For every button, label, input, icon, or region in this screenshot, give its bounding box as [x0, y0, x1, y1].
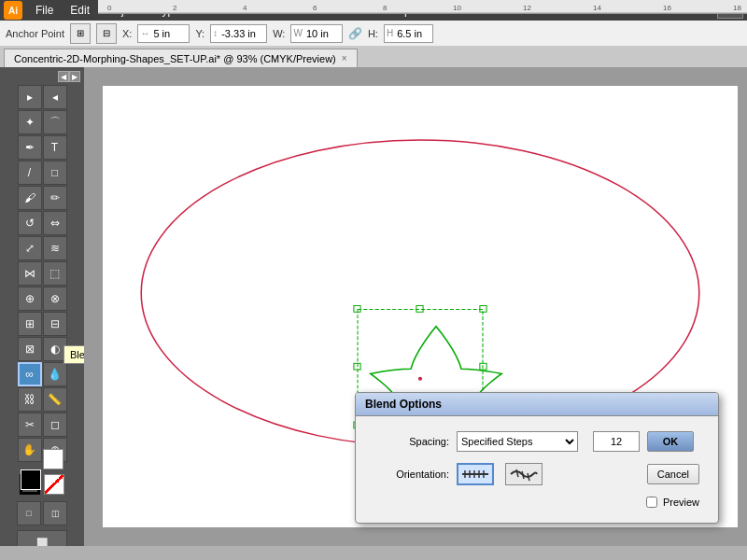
blend-dialog-title-bar[interactable]: Blend Options	[356, 393, 718, 416]
orientation-path-btn[interactable]	[505, 463, 543, 485]
ok-button[interactable]: OK	[647, 431, 694, 452]
magic-wand-tool-btn[interactable]: ✦	[18, 110, 42, 134]
blend-options-dialog: Blend Options Spacing: Specified Steps S…	[355, 392, 719, 524]
tool-row-3: ✒ T	[18, 135, 67, 160]
tool-row-14: ✂ ◻	[18, 413, 67, 437]
live-paint-btn[interactable]: ⊗	[43, 287, 67, 311]
pencil-tool-btn[interactable]: ✏	[43, 186, 67, 210]
svg-text:14: 14	[593, 4, 601, 12]
spacing-select[interactable]: Specified Steps Specified Distance Smoot…	[457, 431, 578, 452]
gradient-tool-btn[interactable]: ◐	[43, 337, 67, 361]
svg-line-36	[522, 471, 524, 479]
horizontal-ruler: 0 2 4 6 8 10 12 14 16 18	[98, 0, 747, 14]
w-input[interactable]	[304, 25, 342, 42]
reflect-tool-btn[interactable]: ⇔	[43, 211, 67, 235]
line-tool-btn[interactable]: /	[18, 161, 42, 185]
measure-tool-btn[interactable]: 📏	[43, 387, 67, 412]
perspective-grid-btn[interactable]: ⊞	[18, 312, 42, 336]
w-label: W:	[273, 28, 285, 39]
spacing-label: Spacing:	[374, 436, 449, 447]
mode-row: □ ◫	[17, 501, 67, 525]
tool-row-8: ⋈ ⬚	[18, 261, 67, 286]
anchor-options-icon[interactable]: ⊞	[70, 23, 91, 44]
rectangle-tool-btn[interactable]: □	[43, 161, 67, 185]
document-tab[interactable]: Concentric-2D-Morphing-Shapes_SET-UP.ai*…	[4, 49, 358, 67]
tool-row-11: ⊠ ◐	[18, 337, 67, 361]
x-label: X:	[122, 28, 132, 39]
paintbrush-tool-btn[interactable]: 🖌	[18, 186, 42, 210]
hand-tool-btn[interactable]: ✋	[18, 438, 42, 462]
options-bar: Anchor Point ⊞ ⊟ X: ↔ Y: ↕ W: W 🔗 H: H	[0, 21, 747, 47]
toolbar: ◀ ▶ ▸ ◂ ✦ ⌒ ✒ T / □ 🖌 ✏ ↺ ⇔	[0, 67, 84, 546]
blend-tool-btn2[interactable]: ⛓	[18, 387, 42, 412]
tool-row-13: ⛓ 📏	[18, 387, 67, 412]
tab-bar: Concentric-2D-Morphing-Shapes_SET-UP.ai*…	[0, 47, 747, 67]
spacing-row: Spacing: Specified Steps Specified Dista…	[374, 431, 699, 452]
menu-file[interactable]: File	[28, 2, 61, 19]
svg-text:10: 10	[453, 4, 461, 12]
toolbar-collapse-btn[interactable]: ◀	[58, 71, 69, 82]
tool-row-7: ⤢ ≋	[18, 236, 67, 260]
orientation-page-btn[interactable]	[457, 463, 494, 485]
tool-row-9: ⊕ ⊗	[18, 287, 67, 311]
y-input[interactable]	[219, 25, 266, 42]
shape-builder-btn[interactable]: ⊕	[18, 287, 42, 311]
tool-row-2: ✦ ⌒	[18, 110, 67, 134]
eyedropper-tool-btn[interactable]: 💧	[43, 362, 67, 386]
tab-title: Concentric-2D-Morphing-Shapes_SET-UP.ai*…	[14, 53, 336, 64]
svg-text:16: 16	[663, 4, 671, 12]
blend-tool-btn[interactable]: ∞	[18, 362, 42, 386]
cancel-button[interactable]: Cancel	[647, 464, 699, 484]
svg-text:12: 12	[523, 4, 531, 12]
h-input[interactable]	[395, 25, 432, 42]
eraser-tool-btn[interactable]: ◻	[43, 413, 67, 437]
menu-edit[interactable]: Edit	[63, 2, 97, 19]
y-label: Y:	[195, 28, 204, 39]
svg-text:6: 6	[313, 4, 317, 12]
warp-tool-btn[interactable]: ≋	[43, 236, 67, 260]
svg-point-19	[418, 377, 422, 381]
app-logo: Ai	[4, 1, 22, 20]
orientation-label: Orientation:	[374, 469, 449, 480]
anchor-type-icon[interactable]: ⊟	[96, 23, 117, 44]
tool-row-4: / □	[18, 161, 67, 185]
tool-row-12: ∞ 💧	[18, 362, 67, 386]
blend-dialog-content: Spacing: Specified Steps Specified Dista…	[356, 416, 718, 523]
scissors-tool-btn[interactable]: ✂	[18, 413, 42, 437]
screen-mode-btn[interactable]: ⬜	[17, 530, 67, 546]
background-color[interactable]	[43, 449, 63, 469]
rotate-tool-btn[interactable]: ↺	[18, 211, 42, 235]
type-tool-btn[interactable]: T	[43, 135, 67, 160]
pen-tool-btn[interactable]: ✒	[18, 135, 42, 160]
free-transform-btn[interactable]: ⬚	[43, 261, 67, 286]
foreground-color[interactable]	[21, 469, 41, 490]
svg-text:18: 18	[733, 4, 741, 12]
x-input[interactable]	[151, 25, 189, 42]
selection-tool-btn[interactable]: ▸	[18, 85, 42, 109]
preview-row: Preview	[374, 497, 699, 508]
tab-close-button[interactable]: ×	[342, 53, 347, 63]
direct-selection-tool-btn[interactable]: ◂	[43, 85, 67, 109]
scale-tool-btn[interactable]: ⤢	[18, 236, 42, 260]
svg-line-35	[516, 469, 518, 477]
preview-checkbox[interactable]	[646, 497, 657, 508]
svg-text:8: 8	[383, 4, 388, 12]
lasso-tool-btn[interactable]: ⌒	[43, 110, 67, 134]
width-tool-btn[interactable]: ⋈	[18, 261, 42, 286]
draw-mode-back[interactable]: ◫	[43, 501, 67, 525]
steps-input[interactable]	[593, 431, 640, 452]
toolbar-expand-btn[interactable]: ▶	[69, 71, 80, 82]
tool-row-1: ▸ ◂	[18, 85, 67, 109]
none-selector[interactable]	[44, 474, 64, 495]
preview-label: Preview	[663, 497, 699, 508]
tool-row-6: ↺ ⇔	[18, 211, 67, 235]
change-screen-mode: ⬜	[17, 530, 67, 546]
perspective-selection-btn[interactable]: ⊟	[43, 312, 67, 336]
tool-row-5: 🖌 ✏	[18, 186, 67, 210]
svg-text:0: 0	[107, 4, 112, 12]
tool-row-10: ⊞ ⊟	[18, 312, 67, 336]
mesh-tool-btn[interactable]: ⊠	[18, 337, 42, 361]
draw-mode-normal[interactable]: □	[17, 501, 41, 525]
h-label: H:	[368, 28, 378, 39]
orientation-row: Orientation:	[374, 463, 699, 485]
